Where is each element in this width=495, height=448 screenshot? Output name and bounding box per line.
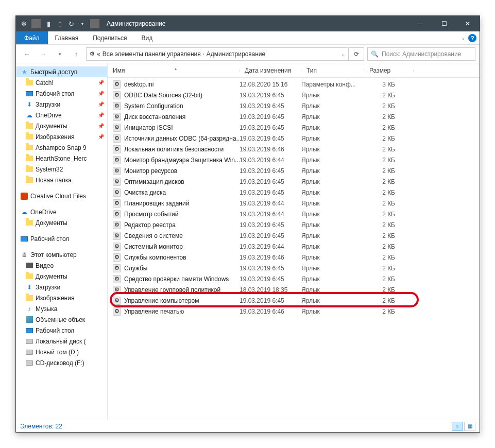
recent-locations-icon[interactable]: ▾ [53, 47, 66, 61]
nav-item[interactable]: Видео [16, 260, 107, 271]
file-row[interactable]: ⚙System Configuration 19.03.2019 6:45 Яр… [108, 100, 480, 111]
nav-creative-cloud[interactable]: Creative Cloud Files [16, 191, 107, 201]
file-rows[interactable]: ⚙desktop.ini 12.08.2020 15:16 Параметры … [108, 78, 480, 420]
back-button[interactable]: ← [20, 47, 33, 61]
tools-icon[interactable]: ✻ [19, 19, 28, 28]
refresh-button[interactable]: ⟳ [349, 47, 364, 61]
details-view-button[interactable]: ≡ [452, 422, 463, 431]
undo-icon[interactable]: ↻ [66, 19, 76, 28]
nav-item[interactable]: Документы [16, 271, 107, 282]
file-row[interactable]: ⚙Просмотр событий 19.03.2019 6:44 Ярлык … [108, 209, 480, 219]
nav-item[interactable]: Объемные объек [16, 314, 107, 325]
file-row[interactable]: ⚙Службы 19.03.2019 6:45 Ярлык 2 КБ [108, 263, 480, 273]
nav-item[interactable]: HearthStone_Herc [16, 153, 107, 164]
nav-item[interactable]: ☁OneDrive📌 [16, 110, 107, 120]
close-button[interactable]: ✕ [456, 16, 480, 31]
up-button[interactable]: ↑ [70, 47, 83, 61]
tab-share[interactable]: Поделиться [86, 31, 134, 44]
file-date-cell: 19.03.2019 6:45 [240, 189, 301, 196]
file-row[interactable]: ⚙Очистка диска 19.03.2019 6:45 Ярлык 2 К… [108, 187, 480, 198]
nav-item[interactable]: Ashampoo Snap 9 [16, 142, 107, 153]
nav-item[interactable]: ♪Музыка [16, 303, 107, 314]
large-icons-view-button[interactable]: ▦ [464, 422, 475, 431]
file-row[interactable]: ⚙Локальная политика безопасности 19.03.2… [108, 144, 480, 154]
file-type-cell: Ярлык [301, 221, 364, 229]
nav-item[interactable]: Catch!📌 [16, 77, 107, 88]
nav-desktop[interactable]: Рабочий стол [16, 233, 107, 244]
nav-item[interactable]: Локальный диск ( [16, 336, 107, 347]
file-name-cell: ⚙Инициатор iSCSI [108, 124, 240, 132]
file-row[interactable]: ⚙Службы компонентов 19.03.2019 6:46 Ярлы… [108, 252, 480, 263]
chevron-right-icon[interactable]: › [203, 51, 204, 57]
nav-this-pc[interactable]: 🖥 Этот компьютер [16, 249, 107, 260]
nav-onedrive[interactable]: ☁ OneDrive [16, 206, 107, 217]
file-icon: ⚙ [113, 297, 121, 305]
breadcrumb-1[interactable]: Все элементы панели управления [103, 50, 201, 58]
navigation-pane[interactable]: ★ Быстрый доступ Catch!📌Рабочий стол📌⬇За… [16, 63, 108, 420]
file-row[interactable]: ⚙Монитор ресурсов 19.03.2019 6:45 Ярлык … [108, 165, 480, 176]
nav-item[interactable]: Документы [16, 217, 107, 228]
file-row[interactable]: ⚙Монитор брандмауэра Защитника Win... 19… [108, 154, 480, 165]
search-input[interactable]: 🔍 Поиск: Администрирование [367, 47, 475, 61]
file-row[interactable]: ⚙Редактор реестра 19.03.2019 6:45 Ярлык … [108, 219, 480, 230]
file-row[interactable]: ⚙Планировщик заданий 19.03.2019 6:44 Ярл… [108, 198, 480, 209]
nav-item[interactable]: Рабочий стол📌 [16, 88, 107, 99]
file-name-cell: ⚙Управление компьютером [108, 297, 240, 305]
file-row[interactable]: ⚙Сведения о системе 19.03.2019 6:45 Ярлы… [108, 230, 480, 241]
nav-item[interactable]: CD-дисковод (F:) [16, 357, 107, 368]
nav-label: Музыка [36, 305, 57, 313]
new-folder-icon[interactable]: ▯ [55, 19, 64, 28]
address-bar[interactable]: ⚙ « Все элементы панели управления › Адм… [86, 47, 349, 61]
dl-icon: ⬇ [25, 100, 33, 109]
breadcrumb-2[interactable]: Администрирование [207, 50, 265, 58]
nav-item[interactable]: Новая папка [16, 175, 107, 185]
file-row[interactable]: ⚙Оптимизация дисков 19.03.2019 6:45 Ярлы… [108, 176, 480, 187]
drive-icon [25, 337, 33, 346]
file-row[interactable]: ⚙Средство проверки памяти Windows 19.03.… [108, 273, 480, 284]
file-icon: ⚙ [113, 156, 121, 164]
nav-item[interactable]: Рабочий стол [16, 325, 107, 336]
file-type-cell: Ярлык [301, 124, 364, 131]
folder-icon [25, 272, 33, 281]
nav-item[interactable]: Изображения📌 [16, 131, 107, 142]
file-type-cell: Ярлык [301, 308, 364, 315]
file-icon: ⚙ [113, 167, 121, 175]
tab-home[interactable]: Главная [48, 31, 86, 44]
minimize-button[interactable]: ─ [408, 16, 432, 31]
forward-button[interactable]: → [37, 47, 50, 61]
nav-item[interactable]: ⬇Загрузки📌 [16, 99, 107, 110]
tab-file[interactable]: Файл [16, 31, 48, 44]
nav-item[interactable]: Документы📌 [16, 120, 107, 131]
quick-access-toolbar: ✻ ▮ ▯ ↻ ▾ [16, 19, 104, 28]
file-row[interactable]: ⚙Управление групповой политикой 18.03.20… [108, 284, 480, 295]
file-row[interactable]: ⚙Управление печатью 19.03.2019 6:46 Ярлы… [108, 306, 480, 317]
column-headers: Имя▴ Дата изменения Тип Размер [108, 63, 480, 78]
customize-qat-icon[interactable]: ▾ [78, 19, 87, 28]
address-dropdown-icon[interactable]: ⌄ [341, 51, 345, 57]
nav-item[interactable]: ⬇Загрузки [16, 282, 107, 292]
nav-item[interactable]: System32 [16, 164, 107, 175]
nav-label: Новая папка [36, 177, 72, 184]
col-size[interactable]: Размер [364, 67, 414, 74]
properties-icon[interactable]: ▮ [44, 19, 53, 28]
nav-item[interactable]: Изображения [16, 292, 107, 303]
file-row[interactable]: ⚙ODBC Data Sources (32-bit) 19.03.2019 6… [108, 90, 480, 100]
col-date[interactable]: Дата изменения [240, 67, 301, 74]
tab-view[interactable]: Вид [134, 31, 160, 44]
breadcrumb-prefix: « [97, 50, 100, 58]
help-icon[interactable]: ? [468, 34, 476, 42]
col-name[interactable]: Имя▴ [108, 67, 240, 74]
file-row[interactable]: ⚙Диск восстановления 19.03.2019 6:45 Ярл… [108, 111, 480, 122]
drive-icon [25, 359, 33, 367]
nav-item[interactable]: Новый том (D:) [16, 347, 107, 357]
nav-quick-access[interactable]: ★ Быстрый доступ [16, 66, 107, 77]
file-row[interactable]: ⚙Системный монитор 19.03.2019 6:44 Ярлык… [108, 241, 480, 252]
col-type[interactable]: Тип [301, 67, 364, 74]
maximize-button[interactable]: ☐ [432, 16, 456, 31]
file-row[interactable]: ⚙desktop.ini 12.08.2020 15:16 Параметры … [108, 79, 480, 90]
nav-label: Документы [36, 273, 67, 280]
file-row[interactable]: ⚙Управление компьютером 19.03.2019 6:45 … [108, 295, 480, 306]
file-row[interactable]: ⚙Источники данных ODBC (64-разрядна... 1… [108, 133, 480, 144]
ribbon-expand-icon[interactable]: ⌄ [461, 35, 465, 41]
file-row[interactable]: ⚙Инициатор iSCSI 19.03.2019 6:45 Ярлык 2… [108, 122, 480, 133]
